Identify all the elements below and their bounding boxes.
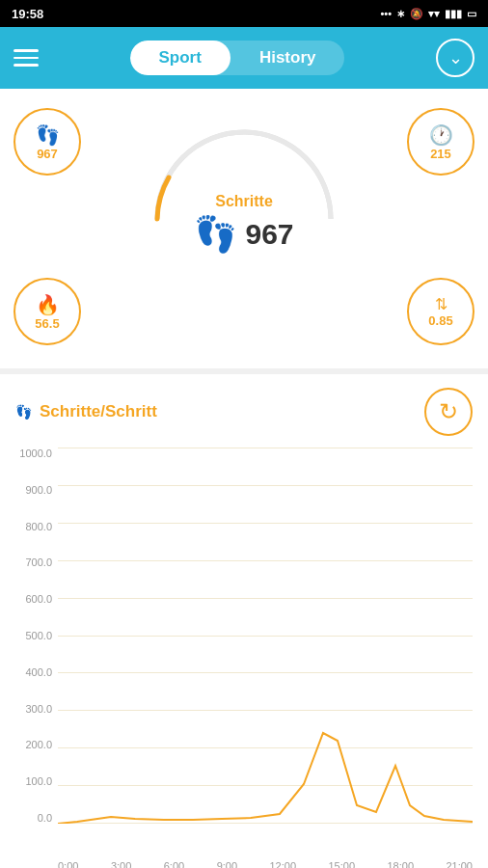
steps-icon-large: 👣 [194, 214, 237, 255]
x-label-6: 6:00 [164, 860, 184, 868]
y-label-500: 500.0 [15, 630, 52, 641]
y-label-0: 0.0 [15, 812, 52, 824]
gauge-container: Schritte 👣 967 [138, 108, 350, 320]
signal-icon: ▮▮▮ [445, 8, 462, 20]
x-label-15: 15:00 [328, 860, 355, 868]
chevron-down-button[interactable]: ⌄ [436, 39, 474, 77]
x-label-9: 9:00 [217, 860, 237, 868]
y-label-300: 300.0 [15, 703, 52, 715]
x-label-3: 3:00 [111, 860, 131, 868]
y-label-200: 200.0 [15, 739, 52, 750]
stat-calories: 🔥 56.5 [14, 278, 81, 345]
gauge-center: Schritte 👣 967 [194, 193, 293, 255]
chart-svg [58, 448, 473, 824]
wifi-icon: ▾▾ [428, 8, 440, 20]
x-label-12: 12:00 [270, 860, 297, 868]
stat-distance: ⇅ 0.85 [407, 278, 474, 345]
y-label-400: 400.0 [15, 666, 52, 678]
tab-sport[interactable]: Sport [130, 41, 230, 75]
tab-history[interactable]: History [230, 41, 345, 75]
y-label-900: 900.0 [15, 484, 52, 496]
y-label-800: 800.0 [15, 521, 52, 532]
steps-stat-value: 967 [37, 147, 58, 161]
tab-group: Sport History [130, 41, 345, 75]
x-axis-labels: 0:00 3:00 6:00 9:00 12:00 15:00 18:00 21… [58, 860, 473, 868]
header: Sport History ⌄ [0, 27, 488, 89]
calories-stat-value: 56.5 [35, 316, 59, 331]
status-icons: ••• ∗ 🔕 ▾▾ ▮▮▮ ▭ [380, 8, 476, 20]
fire-icon: 🔥 [36, 293, 60, 316]
distance-icon: ⇅ [435, 295, 447, 313]
clock-icon: 🕐 [429, 123, 453, 147]
battery-icon: ▭ [467, 8, 476, 20]
y-axis-labels: 1000.0 900.0 800.0 700.0 600.0 500.0 400… [15, 448, 52, 824]
chart-section: 👣 Schritte/Schritt ↻ 1000.0 900.0 800.0 … [0, 374, 488, 868]
chart-line [58, 733, 473, 824]
x-label-18: 18:00 [387, 860, 414, 868]
chart-title: Schritte/Schritt [40, 402, 157, 421]
y-label-1000: 1000.0 [15, 448, 52, 459]
chevron-down-icon: ⌄ [448, 47, 463, 68]
steps-value: 967 [245, 218, 293, 251]
y-label-700: 700.0 [15, 556, 52, 568]
main-content: Schritte 👣 967 👣 967 🕐 215 🔥 56.5 ⇅ 0.8 [0, 89, 488, 868]
x-label-0: 0:00 [58, 860, 78, 868]
steps-icon: 👣 [36, 123, 60, 147]
y-label-600: 600.0 [15, 593, 52, 605]
time-stat-value: 215 [430, 147, 451, 161]
gauge-label: Schritte [194, 193, 293, 210]
time: 19:58 [12, 7, 43, 21]
chart-title-icon: 👣 [15, 404, 32, 420]
dashboard: Schritte 👣 967 👣 967 🕐 215 🔥 56.5 ⇅ 0.8 [0, 89, 488, 368]
chart-header: 👣 Schritte/Schritt ↻ [15, 388, 473, 436]
refresh-button[interactable]: ↻ [424, 388, 473, 436]
stat-steps: 👣 967 [14, 108, 81, 176]
stat-time: 🕐 215 [407, 108, 474, 176]
x-label-21: 21:00 [446, 860, 473, 868]
refresh-icon: ↻ [439, 398, 458, 425]
status-bar: 19:58 ••• ∗ 🔕 ▾▾ ▮▮▮ ▭ [0, 0, 488, 27]
distance-stat-value: 0.85 [428, 313, 452, 328]
mute-icon: 🔕 [410, 8, 423, 20]
chart-area: 1000.0 900.0 800.0 700.0 600.0 500.0 400… [15, 448, 473, 868]
menu-button[interactable] [14, 49, 39, 67]
y-label-100: 100.0 [15, 775, 52, 787]
bluetooth-icon: ∗ [396, 8, 405, 20]
chart-title-row: 👣 Schritte/Schritt [15, 402, 157, 421]
